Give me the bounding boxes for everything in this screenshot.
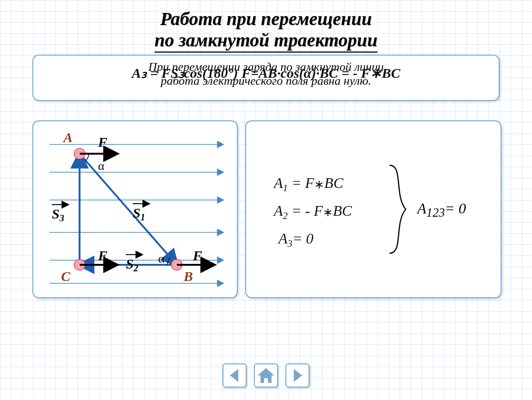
- summary-box: При перемещении заряда по замкнутой лини…: [32, 55, 500, 101]
- diagram-panel: + + + A B C F F F: [32, 120, 238, 298]
- force-C-label: F: [98, 248, 107, 263]
- equation-A1: A1 = F∗BC: [274, 175, 343, 194]
- segment-S2-label: S2: [126, 256, 138, 273]
- home-button[interactable]: [254, 363, 278, 388]
- summary-line2: работа электрического поля равна нулю.: [44, 74, 488, 88]
- summary-line1: При перемещении заряда по замкнутой лини…: [44, 60, 488, 74]
- brace-icon: [385, 163, 413, 256]
- equation-A3: A3= 0: [278, 230, 314, 249]
- segment-S3-label: S3: [52, 206, 64, 223]
- segment-S1-label: S1: [133, 205, 145, 222]
- force-B-label: F: [192, 248, 202, 263]
- slide-title: Работа при перемещении по замкнутой трае…: [0, 0, 532, 51]
- angle-alpha-B: α: [158, 252, 165, 265]
- point-C-label: C: [61, 269, 71, 284]
- force-A-label: F: [98, 134, 107, 150]
- point-A-label: A: [62, 130, 73, 145]
- equation-A2: A2 = - F∗BC: [274, 202, 352, 221]
- nav-bar: [0, 363, 532, 388]
- svg-line-6: [80, 154, 177, 265]
- prev-button[interactable]: [223, 363, 247, 388]
- next-button[interactable]: [285, 363, 309, 388]
- equation-result: A123= 0: [417, 200, 466, 220]
- equations-panel: A1 = F∗BC A2 = - F∗BC A3= 0 A123= 0: [245, 120, 501, 298]
- point-B-label: B: [183, 269, 193, 284]
- angle-alpha-A: α: [98, 159, 105, 173]
